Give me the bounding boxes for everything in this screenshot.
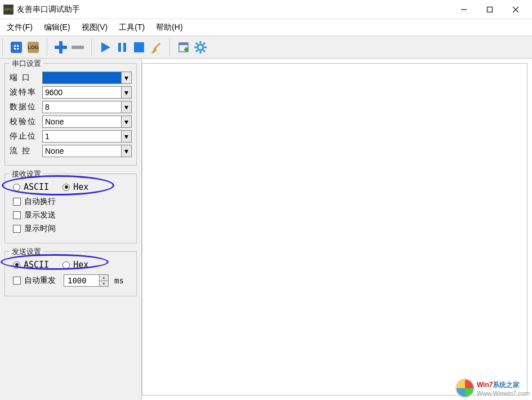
clean-button[interactable] <box>148 39 164 55</box>
sidebar: 串口设置 端 口 ▾ 波特率 9600 ▾ 数据位 8 ▾ <box>0 59 142 400</box>
connect-button[interactable] <box>8 39 24 55</box>
output-area[interactable] <box>142 63 527 395</box>
menu-help[interactable]: 帮助(H) <box>151 20 187 35</box>
radio-icon <box>13 261 20 269</box>
spinner-arrows[interactable]: ▴▾ <box>99 275 108 286</box>
label-parity: 校验位 <box>10 117 42 127</box>
label-port: 端 口 <box>10 73 42 83</box>
legend-port: 串口设置 <box>10 59 43 69</box>
checkbox-icon <box>13 211 21 219</box>
combo-port[interactable]: ▾ <box>42 72 132 84</box>
label-stopbits: 停止位 <box>10 131 42 141</box>
clear-icon <box>133 41 145 54</box>
combo-stopbits[interactable]: 1 ▾ <box>42 130 132 143</box>
combo-stopbits-value: 1 <box>45 132 50 141</box>
checkbox-show-time-label: 显示时间 <box>24 224 56 234</box>
unit-ms: ms <box>114 276 124 285</box>
combo-databits[interactable]: 8 ▾ <box>42 101 132 113</box>
menu-view[interactable]: 视图(V) <box>77 20 113 35</box>
svg-marker-8 <box>101 42 110 52</box>
svg-text:LOG: LOG <box>28 45 39 50</box>
newwindow-button[interactable] <box>176 39 191 55</box>
checkbox-icon <box>13 277 21 285</box>
combo-flow[interactable]: None ▾ <box>42 145 132 157</box>
legend-recv: 接收设置 <box>10 169 43 179</box>
checkbox-show-time[interactable]: 显示时间 <box>13 224 132 234</box>
remove-button[interactable] <box>70 39 86 55</box>
chevron-down-icon: ▾ <box>121 101 131 113</box>
checkbox-icon <box>13 198 21 206</box>
connect-icon <box>10 41 23 54</box>
group-port-settings: 串口设置 端 口 ▾ 波特率 9600 ▾ 数据位 8 ▾ <box>5 63 137 166</box>
plus-icon <box>55 41 67 54</box>
combo-parity[interactable]: None ▾ <box>42 115 132 128</box>
menu-tools[interactable]: 工具(T) <box>114 20 149 35</box>
watermark-url: Www.Winwin7.com <box>477 390 530 397</box>
chevron-down-icon: ▾ <box>121 72 131 83</box>
play-button[interactable] <box>97 39 113 55</box>
toolbar: LOG <box>0 36 532 59</box>
play-icon <box>99 41 111 54</box>
close-button[interactable] <box>503 1 529 18</box>
spin-interval-value: 1000 <box>68 276 87 285</box>
menu-edit[interactable]: 编辑(E) <box>39 20 75 35</box>
add-button[interactable] <box>53 39 69 55</box>
gear-icon <box>194 41 207 54</box>
chevron-down-icon: ▾ <box>121 131 131 142</box>
checkbox-icon <box>13 225 21 233</box>
combo-baud[interactable]: 9600 ▾ <box>42 86 132 99</box>
chevron-down-icon: ▾ <box>121 87 131 98</box>
radio-icon <box>62 261 70 269</box>
maximize-button[interactable] <box>477 1 503 18</box>
minus-icon <box>71 41 84 54</box>
watermark-brand-suffix: 系统之家 <box>493 381 520 389</box>
svg-rect-11 <box>134 42 144 52</box>
svg-line-20 <box>196 43 198 45</box>
radio-recv-hex-label: Hex <box>73 182 88 192</box>
checkbox-auto-resend[interactable]: 自动重发 1000 ▴▾ ms <box>13 274 132 287</box>
radio-send-ascii[interactable]: ASCII <box>13 260 49 270</box>
legend-send: 发送设置 <box>10 247 43 257</box>
svg-point-15 <box>198 45 203 50</box>
combo-baud-value: 9600 <box>45 88 62 97</box>
checkbox-show-send[interactable]: 显示发送 <box>13 210 132 220</box>
radio-recv-ascii-label: ASCII <box>24 182 49 192</box>
svg-line-21 <box>203 50 205 52</box>
svg-rect-10 <box>123 43 126 52</box>
minimize-button[interactable] <box>451 1 477 18</box>
window-title: 友善串口调试助手 <box>17 5 451 15</box>
svg-line-23 <box>196 50 198 52</box>
svg-line-22 <box>203 43 205 45</box>
radio-recv-hex[interactable]: Hex <box>62 182 88 192</box>
group-recv-settings: 接收设置 ASCII Hex 自动换行 显示发送 <box>5 174 137 243</box>
broom-icon <box>150 41 162 54</box>
label-baud: 波特率 <box>10 87 42 97</box>
svg-rect-14 <box>179 43 188 45</box>
radio-send-hex[interactable]: Hex <box>62 260 88 270</box>
settings-button[interactable] <box>193 39 208 55</box>
combo-parity-value: None <box>45 117 64 126</box>
menu-bar: 文件(F) 编辑(E) 视图(V) 工具(T) 帮助(H) <box>0 19 532 36</box>
radio-send-hex-label: Hex <box>73 260 88 270</box>
title-bar: SPU 友善串口调试助手 <box>0 0 532 19</box>
svg-rect-9 <box>118 43 121 52</box>
checkbox-auto-resend-label: 自动重发 <box>24 275 56 286</box>
chevron-down-icon: ▾ <box>121 116 131 127</box>
clear-button[interactable] <box>131 39 147 55</box>
spin-interval[interactable]: 1000 ▴▾ <box>64 274 109 287</box>
radio-recv-ascii[interactable]: ASCII <box>13 182 49 192</box>
pause-icon <box>116 41 128 54</box>
log-button[interactable]: LOG <box>25 39 41 55</box>
combo-databits-value: 8 <box>45 103 50 112</box>
label-databits: 数据位 <box>10 102 42 112</box>
menu-file[interactable]: 文件(F) <box>2 20 37 35</box>
pause-button[interactable] <box>114 39 130 55</box>
checkbox-wrap-label: 自动换行 <box>24 197 56 207</box>
radio-icon <box>13 184 20 191</box>
new-window-icon <box>177 41 190 54</box>
checkbox-wrap[interactable]: 自动换行 <box>13 197 132 207</box>
watermark-logo-icon <box>455 379 475 398</box>
combo-flow-value: None <box>45 146 64 155</box>
watermark: Win7系统之家 Www.Winwin7.com <box>455 379 530 398</box>
radio-send-ascii-label: ASCII <box>24 260 49 270</box>
